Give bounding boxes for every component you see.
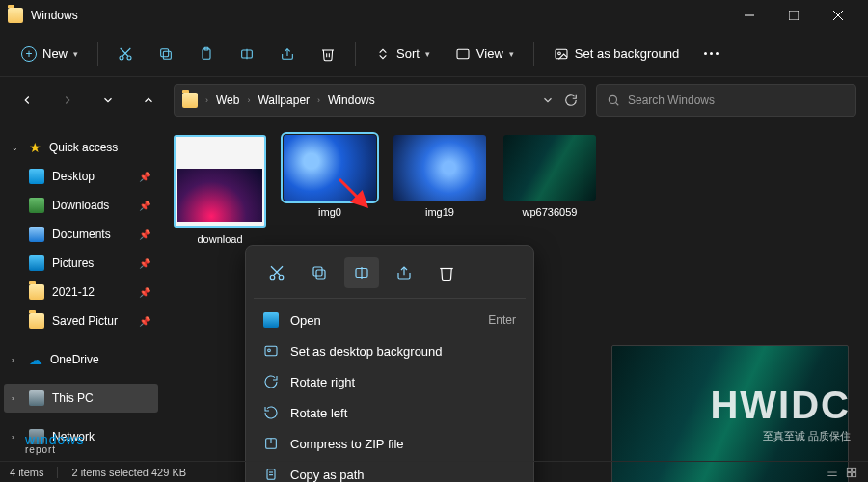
breadcrumb[interactable]: › Web › Wallpaper › Windows <box>174 84 586 117</box>
refresh-icon[interactable] <box>564 94 578 107</box>
more-button[interactable] <box>694 38 728 70</box>
svg-rect-43 <box>853 468 856 471</box>
delete-button[interactable] <box>311 38 345 70</box>
close-button[interactable] <box>816 0 860 31</box>
svg-rect-42 <box>847 468 851 471</box>
chevron-down-icon: ▾ <box>73 49 78 59</box>
windows-report-logo: wındowsreport <box>25 432 84 455</box>
sidebar-item-folder[interactable]: Saved Pictur📌 <box>4 307 158 335</box>
divider <box>97 42 98 66</box>
divider <box>355 42 356 66</box>
pin-icon: 📌 <box>139 172 150 182</box>
svg-rect-44 <box>847 472 851 476</box>
chevron-right-icon: › <box>317 95 320 105</box>
breadcrumb-item[interactable]: Wallpaper <box>258 94 310 107</box>
navigation-row: › Web › Wallpaper › Windows Search Windo… <box>0 77 868 123</box>
share-icon <box>395 264 413 281</box>
set-background-button[interactable]: Set as background <box>544 38 689 70</box>
quick-access[interactable]: ⌄ ★ Quick access <box>4 133 158 162</box>
paste-icon <box>199 46 214 62</box>
ctx-set-desktop-bg[interactable]: Set as desktop background <box>254 335 526 366</box>
context-icon-row <box>254 254 526 299</box>
paste-button[interactable] <box>189 38 224 70</box>
share-button[interactable] <box>270 38 305 70</box>
plus-icon: + <box>21 46 37 62</box>
svg-rect-28 <box>313 267 322 276</box>
view-icon <box>455 46 471 62</box>
chevron-down-icon[interactable] <box>541 94 555 107</box>
svg-point-24 <box>279 275 284 280</box>
window-title: Windows <box>31 9 78 22</box>
share-icon <box>280 46 295 62</box>
pictures-icon <box>29 255 44 271</box>
watermark: HWIDC 至真至诚 品质保住 <box>710 384 851 443</box>
rename-icon <box>239 46 255 62</box>
cloud-icon: ☁ <box>29 352 42 367</box>
view-button[interactable]: View ▾ <box>446 38 524 70</box>
new-button[interactable]: + New ▾ <box>12 38 88 70</box>
rotate-right-icon <box>263 374 279 389</box>
downloads-icon <box>29 198 44 213</box>
history-chevron[interactable] <box>93 85 123 116</box>
sidebar-item-folder[interactable]: 2021-12📌 <box>4 278 158 307</box>
pin-icon: 📌 <box>139 229 150 240</box>
sidebar-item-pictures[interactable]: Pictures📌 <box>4 249 158 278</box>
svg-point-5 <box>127 56 131 60</box>
new-label: New <box>42 46 68 61</box>
file-thumb[interactable]: download <box>174 135 266 245</box>
sidebar-item-thispc[interactable]: ›This PC <box>4 384 158 413</box>
minimize-button[interactable] <box>727 0 772 31</box>
sidebar-item-onedrive[interactable]: ›☁OneDrive <box>4 345 158 374</box>
pin-icon: 📌 <box>139 258 150 269</box>
breadcrumb-item[interactable]: Web <box>216 94 239 107</box>
view-label: View <box>476 46 503 61</box>
ctx-share-button[interactable] <box>387 257 421 288</box>
forward-button[interactable] <box>52 85 83 116</box>
ctx-rotate-right[interactable]: Rotate right <box>254 366 526 397</box>
cut-icon <box>268 264 285 281</box>
copy-icon <box>311 264 328 281</box>
quick-access-label: Quick access <box>49 141 118 154</box>
trash-icon <box>438 264 455 281</box>
ctx-open[interactable]: OpenEnter <box>254 305 526 335</box>
grid-view-icon[interactable] <box>845 466 858 479</box>
svg-rect-45 <box>853 472 856 476</box>
status-count: 4 items <box>10 467 43 478</box>
svg-rect-27 <box>316 270 325 279</box>
ctx-copy-button[interactable] <box>302 257 337 288</box>
sidebar-item-downloads[interactable]: Downloads📌 <box>4 191 158 220</box>
cut-button[interactable] <box>108 38 143 70</box>
ctx-compress-zip[interactable]: Compress to ZIP file <box>254 428 526 459</box>
svg-point-19 <box>557 52 560 55</box>
details-view-icon[interactable] <box>826 466 839 479</box>
ctx-delete-button[interactable] <box>429 257 464 288</box>
sort-icon <box>375 46 391 62</box>
sidebar-item-desktop[interactable]: Desktop📌 <box>4 162 158 191</box>
back-button[interactable] <box>12 85 42 116</box>
svg-rect-32 <box>265 346 277 355</box>
rename-button[interactable] <box>230 38 264 70</box>
file-thumb[interactable]: img19 <box>393 135 486 245</box>
chevron-down-icon: ▾ <box>509 49 514 59</box>
up-button[interactable] <box>133 85 164 116</box>
breadcrumb-item[interactable]: Windows <box>328 94 375 107</box>
file-thumb[interactable]: wp6736059 <box>503 135 596 245</box>
toolbar: + New ▾ Sort ▾ View ▾ Set as background <box>0 31 868 77</box>
maximize-button[interactable] <box>772 0 816 31</box>
svg-point-20 <box>609 95 616 103</box>
annotation-arrow <box>338 177 372 212</box>
sort-button[interactable]: Sort ▾ <box>366 38 440 70</box>
svg-rect-17 <box>457 49 469 58</box>
search-icon <box>607 94 620 107</box>
zip-icon <box>263 436 279 451</box>
ctx-rotate-left[interactable]: Rotate left <box>254 397 526 428</box>
context-menu: OpenEnter Set as desktop background Rota… <box>245 245 534 482</box>
ctx-rename-button[interactable] <box>344 257 379 288</box>
folder-icon <box>29 284 44 300</box>
ctx-cut-button[interactable] <box>259 257 294 288</box>
rotate-left-icon <box>263 405 279 420</box>
sidebar-item-documents[interactable]: Documents📌 <box>4 220 158 249</box>
search-input[interactable]: Search Windows <box>596 84 856 117</box>
svg-line-22 <box>339 179 366 206</box>
copy-button[interactable] <box>149 38 183 70</box>
